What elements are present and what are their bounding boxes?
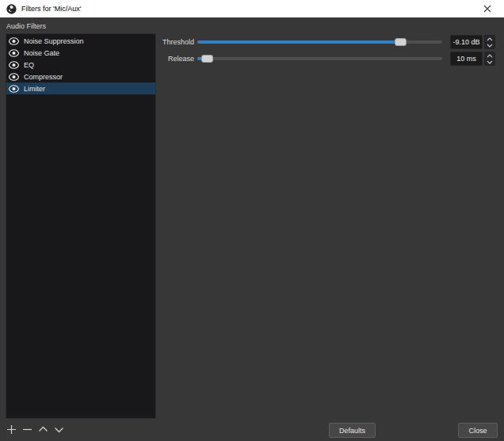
move-filter-up-button[interactable] [38,424,48,435]
window-close-button[interactable] [471,0,504,17]
threshold-label: Threshold [157,38,194,46]
visibility-eye-icon[interactable] [9,37,19,45]
filter-item-label: Compressor [24,73,63,81]
visibility-eye-icon[interactable] [9,49,19,57]
filter-item-label: Noise Suppression [24,37,84,45]
release-slider[interactable] [197,52,442,66]
threshold-spinner [484,35,495,49]
release-value: 10 ms [456,55,476,63]
chevron-down-icon [54,424,64,435]
minus-icon [22,424,32,435]
release-label: Release [157,55,194,63]
threshold-slider[interactable] [197,35,442,49]
titlebar: Filters for 'Mic/Aux' [0,0,504,17]
spin-up-button[interactable] [487,36,493,42]
move-filter-down-button[interactable] [54,424,64,435]
obs-logo-icon [6,4,17,14]
slider-handle[interactable] [201,55,213,63]
window-title: Filters for 'Mic/Aux' [21,5,81,13]
filter-list-toolbar [6,422,64,436]
chevron-up-icon [38,424,48,435]
visibility-eye-icon[interactable] [9,73,19,81]
spin-down-button[interactable] [487,59,493,65]
filter-item-noise-suppression[interactable]: Noise Suppression [6,35,155,47]
release-spinner [484,52,495,66]
audio-filters-heading: Audio Filters [6,22,46,30]
plus-icon [6,424,17,435]
filter-item-label: Noise Gate [24,49,59,57]
visibility-eye-icon[interactable] [9,61,19,69]
close-button[interactable]: Close [458,423,498,438]
threshold-row: Threshold -9.10 dB [157,35,499,49]
slider-fill [197,40,400,44]
add-filter-button[interactable] [6,424,17,435]
filter-list[interactable]: Noise Suppression Noise Gate EQ Compress… [6,33,156,419]
threshold-value: -9.10 dB [452,38,479,46]
chevron-up-icon [487,37,493,41]
chevron-down-icon [487,60,493,64]
filter-item-eq[interactable]: EQ [6,59,155,71]
filter-item-label: Limiter [24,85,45,93]
remove-filter-button[interactable] [22,424,32,435]
filters-dialog: { "window": { "title": "Filters for 'Mic… [0,0,504,441]
filter-item-limiter[interactable]: Limiter [6,82,155,94]
slider-handle[interactable] [395,38,407,46]
release-row: Release 10 ms [157,52,499,66]
release-value-field[interactable]: 10 ms [450,52,483,66]
slider-track[interactable] [197,57,442,60]
chevron-down-icon [487,44,493,48]
filter-item-noise-gate[interactable]: Noise Gate [6,47,155,59]
visibility-eye-icon[interactable] [9,85,19,93]
filter-item-label: EQ [24,61,34,69]
spin-down-button[interactable] [487,42,493,48]
chevron-up-icon [487,54,493,58]
close-icon [483,5,491,13]
threshold-value-field[interactable]: -9.10 dB [450,35,483,49]
filter-item-compressor[interactable]: Compressor [6,71,155,82]
spin-up-button[interactable] [487,52,493,59]
defaults-button[interactable]: Defaults [329,423,376,438]
